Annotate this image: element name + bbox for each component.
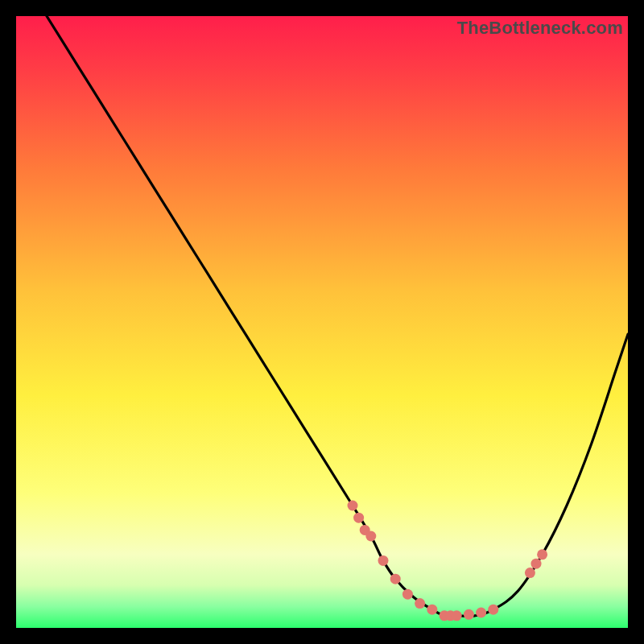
data-marker: [452, 610, 462, 621]
gradient-background: [16, 16, 628, 628]
watermark-text: TheBottleneck.com: [457, 18, 623, 39]
data-marker: [378, 555, 389, 566]
data-marker: [476, 608, 486, 618]
data-marker: [348, 501, 358, 511]
data-marker: [390, 574, 401, 584]
data-marker: [537, 549, 547, 559]
data-marker: [488, 605, 498, 615]
data-marker: [402, 589, 413, 600]
data-marker: [353, 513, 364, 523]
data-marker: [365, 531, 376, 542]
data-marker: [531, 559, 542, 569]
data-marker: [464, 609, 474, 620]
data-marker: [427, 605, 437, 615]
chart-frame: TheBottleneck.com: [16, 16, 628, 628]
bottleneck-chart: [16, 16, 628, 628]
data-marker: [525, 568, 535, 578]
data-marker: [415, 598, 425, 609]
